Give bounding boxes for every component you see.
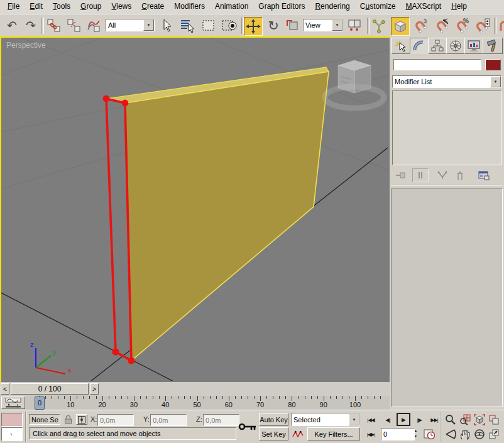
object-name-field[interactable]	[393, 59, 481, 70]
keyboard-override-toggle-button[interactable]	[391, 17, 410, 36]
menu-rendering[interactable]: Rendering	[310, 0, 354, 14]
menu-views[interactable]: Views	[106, 0, 136, 14]
percent-snap-toggle-button[interactable]: %	[454, 17, 471, 35]
auto-key-button[interactable]: Auto Key	[259, 413, 288, 426]
menu-group[interactable]: Group	[75, 0, 106, 14]
rollout-area[interactable]	[391, 189, 503, 407]
menu-graph-editors[interactable]: Graph Editors	[253, 0, 310, 14]
redo-button[interactable]: ↷	[23, 17, 39, 35]
x-coordinate-field[interactable]	[97, 414, 134, 426]
remove-modifier-button[interactable]	[452, 168, 468, 182]
menu-file[interactable]: File	[3, 0, 25, 14]
selection-filter-dropdown-arrow[interactable]: ▼	[143, 19, 154, 31]
tab-utilities[interactable]	[483, 38, 503, 54]
select-and-move-button[interactable]	[244, 17, 263, 36]
tab-create[interactable]	[392, 38, 410, 54]
go-to-start-button[interactable]: |◀◀	[364, 413, 377, 426]
show-end-result-button[interactable]	[412, 168, 429, 182]
perspective-viewport[interactable]: z y x Perspective	[0, 36, 392, 385]
selection-count-field[interactable]: None Se	[29, 414, 60, 425]
menu-help[interactable]: Help	[446, 0, 472, 14]
current-frame-marker[interactable]: 0	[35, 397, 45, 410]
default-tangent-button[interactable]	[291, 427, 305, 440]
select-and-manipulate-button[interactable]	[371, 17, 387, 35]
next-frame-button[interactable]: ||▶	[412, 413, 426, 426]
previous-frame-button[interactable]: ◀||	[381, 413, 395, 426]
wall-front-face[interactable]	[125, 72, 329, 361]
maxscript-mini-listener-pink[interactable]	[1, 413, 23, 427]
time-configuration-button[interactable]	[422, 428, 436, 440]
unlink-selection-button[interactable]	[65, 17, 83, 35]
maxscript-mini-listener-white[interactable]	[1, 427, 23, 441]
window-crossing-button[interactable]	[220, 17, 239, 35]
pin-stack-button[interactable]	[393, 168, 408, 182]
zoom-extents-button[interactable]	[473, 413, 486, 426]
selection-region-button[interactable]	[200, 17, 217, 35]
use-center-button[interactable]	[346, 17, 363, 35]
tab-motion[interactable]	[446, 38, 465, 54]
previous-frame-arrow[interactable]: <	[1, 383, 9, 395]
bind-to-space-warp-button[interactable]	[85, 17, 103, 35]
arc-rotate-button[interactable]	[473, 427, 486, 440]
view-cube[interactable]	[325, 60, 384, 108]
zoom-all-button[interactable]	[458, 413, 471, 426]
reference-coordinate-dropdown-arrow[interactable]: ▼	[332, 19, 342, 31]
key-filters-button[interactable]: Key Filters...	[307, 427, 360, 440]
field-of-view-button[interactable]	[444, 427, 457, 440]
frame-spinner-down[interactable]: ▼	[414, 434, 417, 438]
track-bar-ruler[interactable]: 0102030405060708090100	[0, 396, 390, 410]
select-and-rotate-button[interactable]: ↻	[265, 17, 282, 35]
menu-maxscript[interactable]: MAXScript	[401, 0, 447, 14]
tab-hierarchy[interactable]	[428, 38, 447, 54]
configure-modifier-sets-button[interactable]	[476, 168, 491, 182]
selection-lock-toggle[interactable]	[63, 414, 74, 425]
menu-animation[interactable]: Animation	[210, 0, 253, 14]
key-filter-dropdown-arrow[interactable]: ▼	[349, 413, 359, 425]
select-by-name-button[interactable]	[178, 17, 196, 35]
next-frame-arrow[interactable]: >	[90, 383, 99, 395]
go-to-end-button[interactable]: ▶▶|	[428, 413, 441, 426]
menu-customize[interactable]: Customize	[355, 0, 401, 14]
undo-button[interactable]: ↶	[4, 17, 20, 35]
frame-spinner[interactable]: ▲ ▼	[412, 428, 419, 440]
z-coordinate-field[interactable]	[203, 414, 239, 426]
zoom-button[interactable]	[444, 413, 457, 426]
spinner-snap-toggle-button[interactable]	[474, 17, 491, 35]
reference-coordinate-combo[interactable]: View ▼	[303, 19, 343, 31]
key-filter-selection-combo[interactable]: Selected ▼	[291, 413, 360, 426]
pan-view-button[interactable]	[458, 427, 471, 440]
wall-object[interactable]	[106, 67, 329, 361]
key-mode-toggle-button[interactable]: |◀▶|	[364, 428, 377, 440]
modifier-list-dropdown-arrow[interactable]: ▼	[490, 76, 501, 87]
selection-filter-combo[interactable]: All ▼	[106, 19, 155, 31]
min-max-toggle-button[interactable]	[487, 427, 500, 440]
zoom-extents-all-button[interactable]	[487, 413, 500, 426]
modifier-stack-list[interactable]	[392, 90, 501, 165]
menu-edit[interactable]: Edit	[25, 0, 48, 14]
object-color-swatch[interactable]	[485, 59, 501, 70]
angle-snap-toggle-button[interactable]	[434, 17, 451, 35]
tab-modify[interactable]	[410, 38, 429, 54]
modifier-list-combo[interactable]: Modifier List ▼	[392, 75, 501, 88]
make-unique-button[interactable]	[435, 168, 450, 182]
current-frame-field[interactable]	[381, 428, 415, 440]
track-bar[interactable]: 0102030405060708090100 0	[0, 396, 390, 410]
y-coordinate-field[interactable]	[150, 414, 187, 426]
absolute-mode-toggle[interactable]	[76, 414, 87, 425]
set-keys-button[interactable]	[238, 413, 258, 441]
tab-display[interactable]	[464, 38, 483, 54]
select-object-button[interactable]	[158, 17, 175, 35]
time-slider[interactable]: < 0 / 100 >	[0, 382, 390, 396]
play-animation-button[interactable]: ▶	[397, 413, 410, 426]
clipped-toolbar-button[interactable]	[496, 17, 504, 35]
time-slider-handle[interactable]: 0 / 100	[11, 383, 89, 395]
frame-spinner-up[interactable]: ▲	[414, 429, 417, 432]
viewport-label[interactable]: Perspective	[6, 41, 46, 50]
menu-modifiers[interactable]: Modifiers	[169, 0, 210, 14]
snaps-toggle-button[interactable]: 3	[412, 17, 430, 35]
select-and-link-button[interactable]	[45, 17, 63, 35]
set-key-button[interactable]: Set Key	[259, 427, 288, 440]
menu-create[interactable]: Create	[136, 0, 169, 14]
select-and-scale-button[interactable]	[284, 17, 300, 35]
menu-tools[interactable]: Tools	[48, 0, 75, 14]
